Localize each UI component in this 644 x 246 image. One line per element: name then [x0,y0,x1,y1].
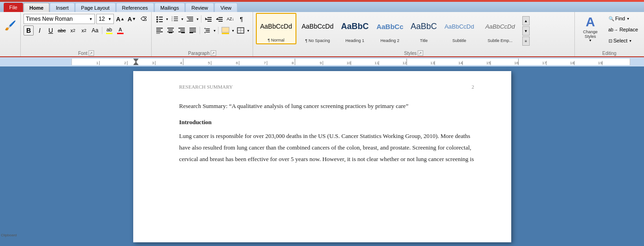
change-styles-btn[interactable]: A ChangeStyles ▼ [578,14,603,43]
style-normal-btn[interactable]: AaBbCcDd ¶ Normal [256,13,296,44]
svg-rect-26 [156,30,161,30]
decrease-indent-btn[interactable] [203,14,213,24]
tab-home[interactable]: Home [24,3,50,12]
align-right-btn[interactable] [177,25,187,36]
align-center-btn[interactable] [165,25,176,36]
multilevel-btn[interactable] [185,14,195,24]
editing-group-label: Editing [575,51,644,56]
borders-arrow[interactable]: ▼ [247,29,250,32]
select-btn[interactable]: ⊡ Select ▼ [605,36,641,45]
svg-rect-44 [206,30,210,31]
tab-file[interactable]: File [4,3,23,12]
svg-rect-28 [156,33,160,34]
line-spacing-btn[interactable] [202,25,212,36]
replace-btn[interactable]: ab→ Replace [605,25,641,34]
bullets-btn[interactable] [154,14,165,24]
styles-more-btn[interactable]: ≡ [522,36,530,46]
svg-text:9: 9 [319,61,322,65]
svg-rect-46 [222,27,229,32]
svg-rect-13 [187,17,193,18]
strikethrough-btn[interactable]: abc [57,25,67,36]
para-expand-btn[interactable]: ↗ [211,50,216,56]
svg-text:3.: 3. [171,19,173,22]
find-label: Find [615,16,625,21]
tab-page-layout[interactable]: Page Layout [75,3,116,12]
document-page[interactable]: RESEARCH SUMMARY 2 Research Summary: “A … [133,71,511,242]
styles-scroll-up-btn[interactable]: ▲ [522,16,530,25]
svg-text:12: 12 [402,61,407,65]
styles-expand-btn[interactable]: ↗ [418,50,423,56]
svg-rect-40 [189,32,193,33]
numbering-arrow[interactable]: ▼ [181,18,184,21]
numbering-btn[interactable]: 1.2.3. [170,14,180,24]
tab-view[interactable]: View [214,3,237,12]
change-case-btn[interactable]: Aa [90,25,100,36]
svg-rect-8 [174,17,178,18]
find-btn[interactable]: 🔍 Find ▼ [605,14,641,23]
font-size-dropdown[interactable]: 12 ▼ [96,14,114,24]
underline-btn[interactable]: U [46,25,56,36]
svg-text:⌫: ⌫ [141,16,147,22]
clear-format-btn[interactable]: ⌫ [138,14,148,24]
multilevel-arrow[interactable]: ▼ [196,18,199,21]
svg-text:4: 4 [180,61,182,65]
svg-marker-92 [133,61,139,65]
style-heading1-btn[interactable]: AaBbC Heading 1 [339,13,371,44]
shrink-font-btn[interactable]: A▼ [127,14,137,24]
svg-marker-41 [204,28,206,30]
paragraph-group: ▼ 1.2.3. ▼ ▼ AZ↓ ¶ [152,12,253,56]
svg-point-1 [156,16,158,18]
superscript-btn[interactable]: x2 [79,25,89,36]
replace-label: Replace [620,27,638,32]
styles-scroll-down-btn[interactable]: ▼ [522,26,530,36]
font-color-btn[interactable]: A [115,25,125,36]
svg-point-5 [156,21,158,23]
style-subtitle-btn[interactable]: AaBbCcDd Subtitle [440,13,479,44]
svg-rect-35 [178,31,185,32]
document-content: Research Summary: “A qualitative analysi… [179,101,474,165]
subscript-btn[interactable]: x2 [68,25,78,36]
style-subtle-emphasis-btn[interactable]: AaBbCcDd Subtle Emp... [480,13,520,44]
bold-btn[interactable]: B [24,25,34,36]
svg-rect-38 [189,30,196,30]
align-left-btn[interactable] [154,25,165,36]
svg-rect-14 [188,18,193,19]
svg-rect-31 [167,31,174,32]
style-title-btn[interactable]: AaBbC Title [409,13,439,44]
shading-btn[interactable] [220,25,230,36]
increase-indent-btn[interactable] [214,14,225,24]
tab-mailings[interactable]: Mailings [154,3,185,12]
font-group-label: Font ↗ [21,50,151,56]
tab-review[interactable]: Review [185,3,214,12]
font-name-dropdown[interactable]: Times New Roman ▼ [24,14,95,24]
bullets-arrow[interactable]: ▼ [165,18,169,21]
svg-rect-23 [216,19,223,20]
svg-text:8: 8 [292,61,294,65]
line-spacing-arrow[interactable]: ▼ [213,29,216,32]
svg-text:3: 3 [152,61,154,65]
shading-arrow[interactable]: ▼ [231,29,235,32]
format-painter-btn[interactable]: 🖌️ [3,14,18,37]
borders-btn[interactable] [236,25,246,36]
grow-font-btn[interactable]: A▲ [115,14,125,24]
styles-group: AaBbCcDd ¶ Normal AaBbCcDd ¶ No Spacing … [253,12,575,56]
svg-rect-34 [180,30,185,30]
svg-text:17: 17 [542,61,546,65]
font-group: Times New Roman ▼ 12 ▼ A▲ A▼ ⌫ B I U abc… [21,12,152,56]
highlight-color-btn[interactable]: ab [104,25,114,36]
align-justify-btn[interactable] [188,25,198,36]
tab-insert[interactable]: Insert [50,3,75,12]
italic-btn[interactable]: I [35,25,45,36]
svg-text:5: 5 [208,61,210,65]
svg-rect-30 [168,30,173,30]
style-heading2-btn[interactable]: AaBbCc Heading 2 [372,13,408,44]
show-paragraph-btn[interactable]: ¶ [236,14,247,24]
svg-rect-47 [222,33,229,34]
tab-references[interactable]: References [116,3,154,12]
font-name-arrow: ▼ [89,17,93,21]
style-no-spacing-btn[interactable]: AaBbCcDd ¶ No Spacing [297,13,338,44]
sort-btn[interactable]: AZ↓ [225,14,236,24]
svg-rect-12 [174,20,178,21]
font-expand-btn[interactable]: ↗ [89,50,94,56]
svg-text:18: 18 [570,61,574,65]
